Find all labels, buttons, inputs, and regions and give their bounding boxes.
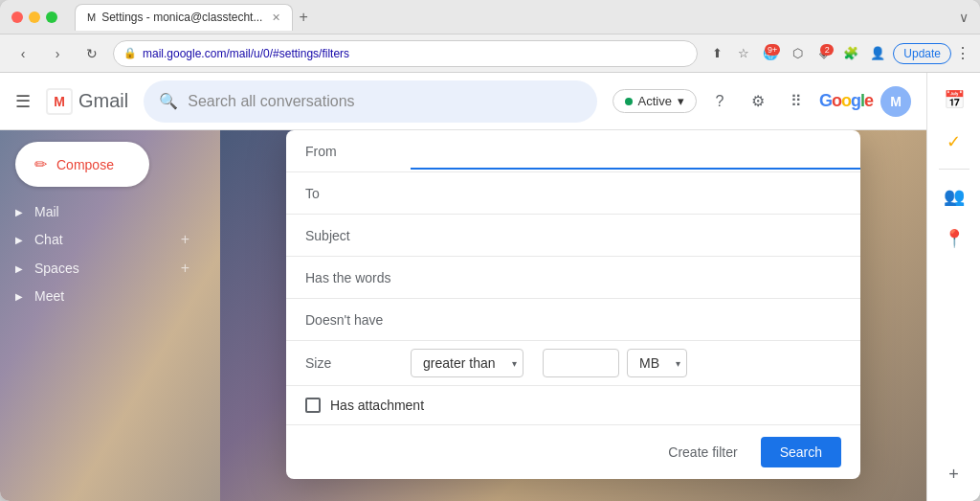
size-comparator-wrapper: greater than less than ▾: [411, 349, 523, 377]
extension-badge-2: 2: [820, 44, 834, 56]
meet-chevron-icon: ▶: [15, 291, 23, 302]
sidebar-item-meet[interactable]: ▶ Meet: [0, 283, 205, 309]
from-label: From: [286, 134, 411, 169]
create-filter-button[interactable]: Create filter: [657, 437, 748, 467]
sidebar-meet-label: Meet: [34, 288, 189, 304]
has-words-input[interactable]: [411, 260, 860, 296]
update-button[interactable]: Update: [893, 43, 951, 64]
compose-icon: ✏: [34, 155, 47, 173]
gmail-text: Gmail: [78, 90, 128, 112]
has-attachment-label: Has attachment: [330, 398, 424, 413]
panel-divider: [939, 169, 969, 170]
panel-add-button[interactable]: +: [935, 455, 973, 493]
from-input[interactable]: [411, 133, 860, 170]
has-attachment-row: Has attachment: [286, 386, 860, 425]
settings-icon[interactable]: ⚙: [743, 86, 773, 117]
to-input[interactable]: [411, 175, 860, 212]
doesnt-have-input[interactable]: [411, 302, 860, 338]
spaces-chevron-icon: ▶: [15, 263, 23, 274]
gmail-logo: M Gmail: [46, 88, 128, 115]
gmail-body: ✏ Compose ▶ Mail ▶ Chat + ▶ Spaces: [0, 130, 926, 501]
has-attachment-checkbox-container[interactable]: Has attachment: [305, 398, 424, 413]
size-inputs: greater than less than ▾ MB KB: [411, 341, 699, 385]
sidebar-content: ✏ Compose ▶ Mail ▶ Chat + ▶ Spaces: [0, 142, 220, 309]
lock-icon: 🔒: [123, 47, 137, 59]
size-comparator-select[interactable]: greater than less than: [415, 350, 519, 376]
active-tab[interactable]: M Settings - monica@classtecht... ✕: [75, 4, 293, 31]
active-chevron-icon: ▾: [678, 94, 684, 108]
extension-icon-1[interactable]: 🌐 9+: [759, 42, 782, 65]
extension-icon-3[interactable]: ◈ 2: [813, 42, 835, 65]
tab-bar: M Settings - monica@classtecht... ✕ +: [75, 4, 951, 31]
share-icon[interactable]: ⬆: [705, 42, 728, 65]
filter-dialog: From To Subject: [286, 130, 860, 479]
avatar[interactable]: M: [880, 86, 911, 117]
gmail-content: From To Subject: [220, 130, 926, 501]
back-button[interactable]: ‹: [10, 40, 36, 67]
extension-icon-2[interactable]: ⬡: [786, 42, 809, 65]
gmail-main: ☰ M Gmail 🔍 Search all conversations Act…: [0, 73, 980, 501]
search-placeholder: Search all conversations: [188, 93, 581, 110]
sidebar-item-spaces[interactable]: ▶ Spaces +: [0, 254, 205, 283]
maximize-window-button[interactable]: [46, 11, 57, 23]
url-bar[interactable]: 🔒 mail.google.com/mail/u/0/#settings/fil…: [113, 40, 698, 67]
subject-label: Subject: [286, 218, 411, 253]
size-number-input[interactable]: [543, 349, 619, 377]
contacts-panel-icon[interactable]: 👥: [935, 177, 973, 216]
address-bar-icons: ⬆ ☆ 🌐 9+ ⬡ ◈ 2 🧩 👤 Update ⋮: [705, 42, 970, 65]
sidebar-item-mail[interactable]: ▶ Mail: [0, 198, 205, 225]
new-tab-button[interactable]: +: [299, 9, 307, 26]
search-button[interactable]: Search: [761, 437, 841, 467]
sidebar-chat-label: Chat: [34, 232, 173, 247]
spaces-add-icon[interactable]: +: [181, 260, 189, 277]
help-icon[interactable]: ?: [704, 86, 735, 117]
close-window-button[interactable]: [11, 11, 23, 23]
tab-favicon: M: [87, 11, 96, 23]
refresh-button[interactable]: ↻: [78, 40, 105, 67]
gmail-m-logo: M: [46, 88, 73, 115]
active-label: Active: [638, 94, 672, 108]
url-text: mail.google.com/mail/u/0/#settings/filte…: [143, 47, 687, 60]
tab-close-button[interactable]: ✕: [272, 11, 280, 24]
gmail-header: ☰ M Gmail 🔍 Search all conversations Act…: [0, 73, 926, 130]
size-unit-wrapper: MB KB B ▾: [627, 349, 687, 377]
size-label: Size: [286, 346, 411, 380]
hamburger-menu-icon[interactable]: ☰: [15, 91, 31, 112]
has-words-label: Has the words: [286, 261, 411, 295]
minimize-window-button[interactable]: [29, 11, 40, 23]
apps-icon[interactable]: ⠿: [781, 86, 812, 117]
right-panel: 📅 ✓ 👥 📍 +: [926, 73, 980, 501]
size-unit-select[interactable]: MB KB B: [632, 350, 682, 376]
forward-button[interactable]: ›: [44, 40, 71, 67]
compose-button[interactable]: ✏ Compose: [15, 142, 149, 187]
address-bar: ‹ › ↻ 🔒 mail.google.com/mail/u/0/#settin…: [0, 34, 980, 73]
compose-label: Compose: [56, 157, 114, 172]
sidebar-item-chat[interactable]: ▶ Chat +: [0, 225, 205, 254]
add-panel-icon[interactable]: +: [935, 455, 973, 493]
extension-badge: 9+: [765, 44, 780, 56]
gmail-sidebar: ✏ Compose ▶ Mail ▶ Chat + ▶ Spaces: [0, 130, 220, 501]
active-badge[interactable]: Active ▾: [612, 89, 697, 113]
maps-panel-icon[interactable]: 📍: [935, 219, 973, 258]
search-bar[interactable]: 🔍 Search all conversations: [144, 80, 596, 123]
subject-input[interactable]: [411, 217, 860, 254]
browser-frame: M Settings - monica@classtecht... ✕ + ∨ …: [0, 0, 980, 501]
chat-add-icon[interactable]: +: [181, 231, 189, 248]
extensions-icon[interactable]: 🧩: [839, 42, 862, 65]
tasks-panel-icon[interactable]: ✓: [935, 123, 973, 161]
has-attachment-checkbox[interactable]: [305, 398, 321, 413]
profile-icon[interactable]: 👤: [866, 42, 889, 65]
size-row: Size greater than less than ▾: [286, 341, 860, 386]
to-label: To: [286, 176, 411, 211]
calendar-panel-icon[interactable]: 📅: [935, 80, 973, 119]
search-icon: 🔍: [159, 92, 178, 110]
doesnt-have-row: Doesn't have: [286, 299, 860, 341]
bookmark-icon[interactable]: ☆: [732, 42, 755, 65]
google-logo: Google: [819, 91, 873, 111]
chat-chevron-icon: ▶: [15, 235, 23, 245]
browser-menu-icon[interactable]: ⋮: [955, 44, 970, 62]
header-right: Active ▾ ? ⚙ ⠿ Google M: [612, 86, 911, 117]
active-dot: [625, 98, 633, 105]
traffic-lights: [11, 11, 57, 23]
sidebar-spaces-label: Spaces: [34, 261, 173, 276]
